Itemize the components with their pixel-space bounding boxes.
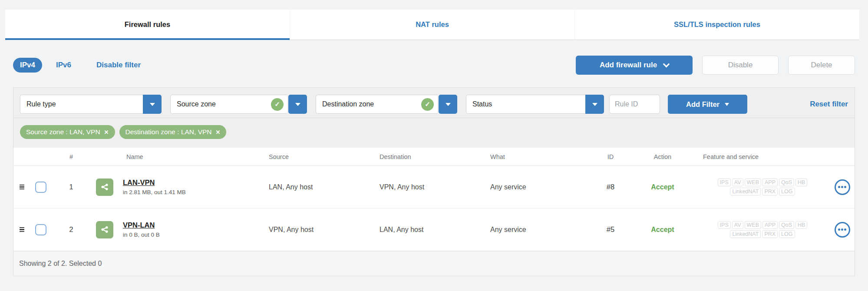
rule-name-link[interactable]: VPN-LAN xyxy=(123,221,155,229)
header-id: ID xyxy=(591,153,630,160)
feature-badge: WEB xyxy=(745,179,761,186)
rule-destination: LAN, Any host xyxy=(375,226,488,234)
panel-divider xyxy=(13,118,855,118)
table-row: 1 LAN-VPN in 2.81 MB, out 1.41 MB LAN, A… xyxy=(13,166,855,208)
row-checkbox[interactable] xyxy=(35,182,46,193)
chevron-down-icon[interactable] xyxy=(143,95,162,114)
feature-badge: LinkedNAT xyxy=(730,230,761,238)
share-network-icon xyxy=(96,179,113,196)
rule-what: Any service xyxy=(488,183,591,191)
filter-rule-type[interactable]: Rule type xyxy=(20,95,162,114)
rule-source: LAN, Any host xyxy=(264,183,375,191)
chip-remove-icon[interactable]: ✕ xyxy=(216,129,221,136)
controls-row: IPv4 IPv6 Disable filter Add firewall ru… xyxy=(13,56,855,75)
filter-label: Rule type xyxy=(26,100,56,108)
header-action: Action xyxy=(630,153,695,160)
chevron-down-icon xyxy=(663,60,670,67)
reset-filter-link[interactable]: Reset filter xyxy=(810,100,848,109)
filter-destination-zone-field[interactable]: Destination zone ✓ xyxy=(316,95,437,114)
rule-action: Accept xyxy=(630,226,695,234)
filter-row: Rule type Source zone ✓ Destination zone… xyxy=(20,95,848,114)
ipv6-toggle[interactable]: IPv6 xyxy=(56,61,71,69)
rule-id-input[interactable] xyxy=(609,95,660,114)
chevron-down-icon[interactable] xyxy=(288,95,307,114)
active-filter-chips: Source zone : LAN, VPN ✕ Destination zon… xyxy=(20,125,848,139)
rule-name-link[interactable]: LAN-VPN xyxy=(123,179,155,187)
filter-status-field[interactable]: Status xyxy=(466,95,585,114)
row-checkbox[interactable] xyxy=(35,224,46,235)
filter-rule-type-field[interactable]: Rule type xyxy=(20,95,143,114)
check-circle-icon: ✓ xyxy=(271,98,284,111)
tab-label: SSL/TLS inspection rules xyxy=(674,20,760,29)
feature-badge: AV xyxy=(732,179,743,186)
disable-filter-link[interactable]: Disable filter xyxy=(96,61,141,69)
feature-badge: HB xyxy=(795,221,807,229)
table-footer: Showing 2 of 2. Selected 0 xyxy=(13,251,855,276)
row-menu-ellipsis-icon[interactable] xyxy=(835,222,850,238)
tab-bar: Firewall rules NAT rules SSL/TLS inspect… xyxy=(5,10,859,40)
tab-label: Firewall rules xyxy=(125,20,170,29)
header-feature-and-service: Feature and service xyxy=(695,153,830,160)
feature-badge: APP xyxy=(762,179,778,186)
drag-handle-icon[interactable] xyxy=(18,183,26,192)
rule-what: Any service xyxy=(488,226,591,234)
add-filter-button[interactable]: Add Filter xyxy=(668,95,747,114)
header-name: Name xyxy=(91,153,264,160)
caret-down-icon xyxy=(295,103,300,109)
caret-down-icon xyxy=(725,103,729,108)
feature-badge: LOG xyxy=(779,188,795,195)
rule-id: #5 xyxy=(591,225,630,234)
chip-label: Destination zone : LAN, VPN xyxy=(125,128,212,136)
add-firewall-rule-label: Add firewall rule xyxy=(600,61,657,69)
chevron-down-icon[interactable] xyxy=(585,95,604,114)
feature-badge: PRX xyxy=(762,230,778,238)
chevron-down-icon[interactable] xyxy=(439,95,457,114)
drag-handle-icon[interactable] xyxy=(18,225,26,234)
rule-id: #8 xyxy=(591,183,630,191)
header-source: Source xyxy=(264,153,375,160)
table-summary: Showing 2 of 2. Selected 0 xyxy=(19,260,102,268)
tab-nat-rules[interactable]: NAT rules xyxy=(290,10,574,40)
filter-panel: Rule type Source zone ✓ Destination zone… xyxy=(13,87,855,148)
feature-badge: LinkedNAT xyxy=(730,188,761,195)
filter-status[interactable]: Status xyxy=(466,95,604,114)
caret-down-icon xyxy=(150,103,155,109)
filter-chip-source-zone: Source zone : LAN, VPN ✕ xyxy=(20,125,115,139)
header-what: What xyxy=(488,153,591,160)
table-header-row: # Name Source Destination What ID Action… xyxy=(13,148,855,166)
disable-button[interactable]: Disable xyxy=(702,56,779,75)
row-menu-ellipsis-icon[interactable] xyxy=(835,179,850,195)
filter-label: Status xyxy=(472,100,492,108)
filter-source-zone-field[interactable]: Source zone ✓ xyxy=(170,95,287,114)
feature-badges: IPS AV WEB APP QoS HB LinkedNAT PRX LOG xyxy=(695,221,830,238)
add-filter-label: Add Filter xyxy=(686,100,719,109)
feature-badge: IPS xyxy=(718,179,731,186)
filter-destination-zone[interactable]: Destination zone ✓ xyxy=(316,95,457,114)
filter-label: Destination zone xyxy=(322,100,374,108)
filter-label: Source zone xyxy=(177,100,216,108)
table-row: 2 VPN-LAN in 0 B, out 0 B VPN, Any host … xyxy=(13,208,855,251)
feature-badge: IPS xyxy=(718,221,731,229)
check-circle-icon: ✓ xyxy=(421,98,434,111)
chip-remove-icon[interactable]: ✕ xyxy=(104,129,109,136)
feature-badge: WEB xyxy=(745,221,761,229)
feature-badge: PRX xyxy=(762,188,778,195)
tab-firewall-rules[interactable]: Firewall rules xyxy=(5,10,290,40)
delete-button[interactable]: Delete xyxy=(788,56,855,75)
rule-source: VPN, Any host xyxy=(264,226,375,234)
caret-down-icon xyxy=(446,103,451,109)
caret-down-icon xyxy=(592,103,597,109)
filter-source-zone[interactable]: Source zone ✓ xyxy=(170,95,307,114)
feature-badge: APP xyxy=(762,221,778,229)
firewall-rules-table: # Name Source Destination What ID Action… xyxy=(13,148,855,276)
ipv4-toggle[interactable]: IPv4 xyxy=(13,58,42,73)
add-firewall-rule-button[interactable]: Add firewall rule xyxy=(576,56,693,75)
feature-badge: LOG xyxy=(779,230,795,238)
feature-badge: AV xyxy=(732,221,743,229)
rule-traffic-stats: in 2.81 MB, out 1.41 MB xyxy=(123,189,186,195)
tab-ssl-tls-inspection-rules[interactable]: SSL/TLS inspection rules xyxy=(574,10,859,40)
controls-right-group: Add firewall rule Disable Delete xyxy=(576,56,855,75)
feature-badge: HB xyxy=(795,179,807,186)
share-network-icon xyxy=(96,221,113,238)
header-num: # xyxy=(52,153,91,160)
